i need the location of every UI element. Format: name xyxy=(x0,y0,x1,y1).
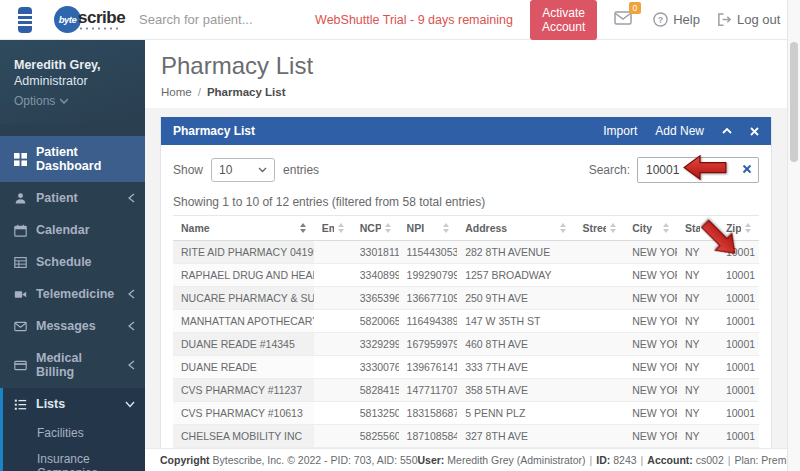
import-button[interactable]: Import xyxy=(603,124,637,138)
sidebar-subitem-facilities[interactable]: Facilities xyxy=(3,420,145,446)
chevron-left-icon xyxy=(128,321,135,331)
breadcrumb-separator: / xyxy=(198,86,201,98)
column-header-ncpdp[interactable]: NCPDP xyxy=(352,216,399,241)
table-row[interactable]: CHELSEA MOBILITY INC58255601871085845327… xyxy=(173,425,759,448)
cell-email xyxy=(314,287,352,310)
sidebar-item-lists[interactable]: Lists xyxy=(3,388,145,420)
column-label: NPI xyxy=(407,222,425,234)
table-row[interactable]: RITE AID PHARMACY 0419533018111154430536… xyxy=(173,241,759,264)
sidebar-toggle-button[interactable] xyxy=(18,7,32,33)
add-new-button[interactable]: Add New xyxy=(655,124,704,138)
table-row[interactable]: RAPHAEL DRUG AND HEALTH LTD3340899199290… xyxy=(173,264,759,287)
column-header-city[interactable]: City xyxy=(624,216,677,241)
page-size-select[interactable]: 10 xyxy=(211,158,275,182)
table-row[interactable]: CVS PHARMACY #10613581325018315868745 PE… xyxy=(173,402,759,425)
sidebar-item-patient[interactable]: Patient xyxy=(0,182,145,214)
cell-address: 147 W 35TH ST xyxy=(457,310,574,333)
dashboard-icon xyxy=(14,153,27,166)
cell-city: NEW YORK xyxy=(624,310,677,333)
column-label: State xyxy=(685,222,700,234)
column-header-email[interactable]: Email xyxy=(314,216,352,241)
cell-state: NY xyxy=(677,310,718,333)
column-header-npi[interactable]: NPI xyxy=(399,216,458,241)
cell-email xyxy=(314,379,352,402)
sidebar-item-telemedicine[interactable]: Telemedicine xyxy=(0,278,145,310)
cell-street xyxy=(574,425,624,448)
cell-street xyxy=(574,356,624,379)
logout-label: Log out xyxy=(737,12,780,27)
cell-address: 1257 BROADWAY xyxy=(457,264,574,287)
user-profile-block: Meredith Grey, Administrator Options xyxy=(0,40,145,124)
cell-name: DUANE READE #14345 xyxy=(173,333,314,356)
messages-button[interactable]: 0 xyxy=(614,11,632,29)
sidebar-menu: Patient Dashboard Patient Calendar xyxy=(0,136,145,471)
cell-address: 333 7TH AVE xyxy=(457,356,574,379)
sidebar-item-label: Lists xyxy=(36,397,65,411)
activate-account-button[interactable]: Activate Account xyxy=(530,0,597,40)
sort-icon xyxy=(741,223,751,233)
cell-street xyxy=(574,402,624,425)
column-header-state[interactable]: State xyxy=(677,216,718,241)
sidebar-item-patient-dashboard[interactable]: Patient Dashboard xyxy=(0,136,145,182)
cell-npi: 1871085845 xyxy=(399,425,458,448)
collapse-panel-icon[interactable] xyxy=(722,127,732,135)
envelope-icon xyxy=(14,320,27,333)
table-row[interactable]: NUCARE PHARMACY & SURGICAL33653961366771… xyxy=(173,287,759,310)
search-label: Search: xyxy=(589,163,630,177)
caret-down-icon xyxy=(60,98,68,104)
app-logo[interactable]: byte scribe xyxy=(54,6,125,33)
cell-npi: 1831586874 xyxy=(399,402,458,425)
breadcrumb: Home / Pharmacy List xyxy=(161,86,787,98)
page-size-value: 10 xyxy=(219,163,232,177)
sort-icon xyxy=(381,223,391,233)
cell-street xyxy=(574,310,624,333)
cell-name: RITE AID PHARMACY 04195 xyxy=(173,241,314,264)
cell-ncpdp: 3340899 xyxy=(352,264,399,287)
video-camera-icon xyxy=(14,288,27,301)
patient-search-input[interactable] xyxy=(139,12,315,27)
column-header-name[interactable]: Name xyxy=(173,216,314,241)
cell-address: 282 8TH AVENUE xyxy=(457,241,574,264)
cell-npi: 1154430536 xyxy=(399,241,458,264)
sort-icon xyxy=(556,223,566,233)
close-panel-icon[interactable] xyxy=(750,127,759,136)
column-label: Address xyxy=(465,222,507,234)
logout-button[interactable]: Log out xyxy=(717,12,780,27)
breadcrumb-home-link[interactable]: Home xyxy=(161,86,192,98)
cell-ncpdp: 3330076 xyxy=(352,356,399,379)
column-label: NCPDP xyxy=(360,222,381,234)
column-header-zip[interactable]: Zip xyxy=(718,216,759,241)
table-row[interactable]: DUANE READE33300761396761417333 7TH AVEN… xyxy=(173,356,759,379)
table-header-row: NameEmailNCPDPNPIAddressStreetCityStateZ… xyxy=(173,216,759,241)
cell-address: 5 PENN PLZ xyxy=(457,402,574,425)
cell-state: NY xyxy=(677,264,718,287)
cell-city: NEW YORK xyxy=(624,264,677,287)
cell-zip: 10001 xyxy=(718,264,759,287)
sort-icon xyxy=(700,223,710,233)
sidebar-item-messages[interactable]: Messages xyxy=(0,310,145,342)
sidebar-item-medical-billing[interactable]: Medical Billing xyxy=(0,342,145,388)
chevron-left-icon xyxy=(128,289,135,299)
sidebar-item-schedule[interactable]: Schedule xyxy=(0,246,145,278)
question-circle-icon: ? xyxy=(653,12,668,27)
options-dropdown[interactable]: Options xyxy=(14,94,135,108)
sidebar-subitem-insurance-companies[interactable]: Insurance Companies xyxy=(3,446,145,471)
help-button[interactable]: ? Help xyxy=(653,12,700,27)
table-search-input[interactable] xyxy=(637,157,759,183)
table-row[interactable]: DUANE READE #1434533292991679599799460 8… xyxy=(173,333,759,356)
scrollbar-thumb[interactable] xyxy=(790,42,798,162)
sidebar-item-calendar[interactable]: Calendar xyxy=(0,214,145,246)
cell-npi: 1164943890 xyxy=(399,310,458,333)
cell-city: NEW YORK xyxy=(624,425,677,448)
table-row[interactable]: MANHATTAN APOTHECARY58200651164943890147… xyxy=(173,310,759,333)
cell-zip: 10001 xyxy=(718,241,759,264)
table-row[interactable]: CVS PHARMACY #1123758284151477117075358 … xyxy=(173,379,759,402)
column-header-address[interactable]: Address xyxy=(457,216,574,241)
column-header-street[interactable]: Street xyxy=(574,216,624,241)
vertical-scrollbar[interactable] xyxy=(787,0,800,471)
clear-search-icon[interactable] xyxy=(742,164,752,174)
cell-npi: 1396761417 xyxy=(399,356,458,379)
cell-email xyxy=(314,402,352,425)
sidebar-item-label: Calendar xyxy=(36,223,90,237)
svg-text:?: ? xyxy=(658,15,663,25)
